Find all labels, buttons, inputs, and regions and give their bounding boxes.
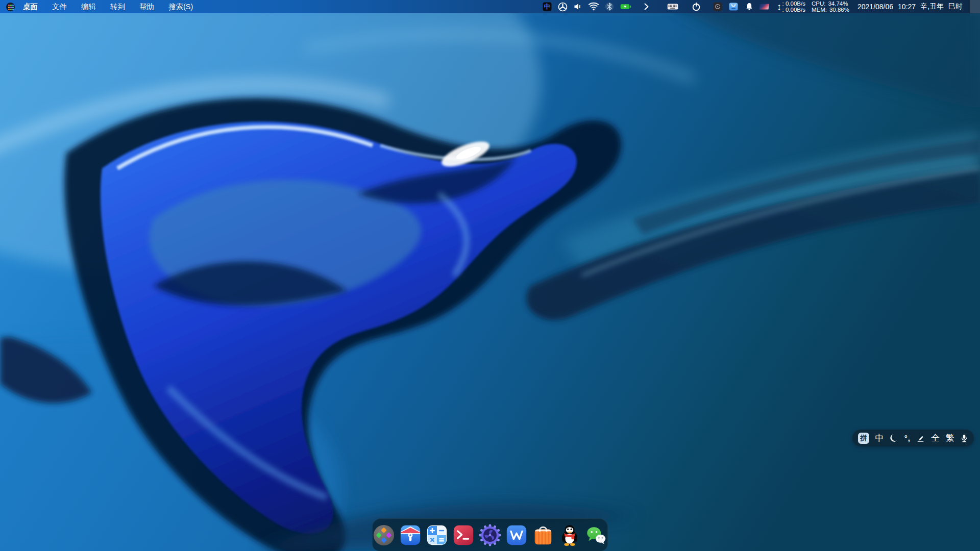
security-center-icon[interactable] — [558, 2, 568, 12]
network-speed-widget[interactable]: ↕ : 0.00B/s : 0.00B/s — [777, 1, 805, 13]
menu-edit[interactable]: 编辑 — [81, 2, 96, 12]
ime-scheme-badge[interactable]: 拼 — [858, 433, 869, 444]
menu-go[interactable]: 转到 — [110, 2, 125, 12]
net-download-speed: : 0.00B/s — [782, 7, 805, 13]
datetime-widget[interactable]: 2021/08/06 10:27 辛,丑年 巳时 — [857, 2, 963, 11]
dock-file-manager-icon[interactable] — [399, 523, 422, 547]
menu-file[interactable]: 文件 — [52, 2, 67, 12]
updown-arrow-glyph: ↕ — [777, 2, 782, 12]
desktop: 桌面 文件 编辑 转到 帮助 搜索(S) 中 — [0, 0, 980, 551]
battery-charging-icon[interactable] — [620, 3, 631, 10]
dock-launcher-icon[interactable] — [372, 523, 396, 547]
wallpaper-art — [0, 0, 980, 551]
clipboard-manager-icon[interactable] — [729, 2, 738, 11]
svg-text:中: 中 — [544, 3, 551, 10]
pencil-icon[interactable] — [916, 434, 925, 442]
cpu-value: 34.74% — [828, 1, 848, 7]
ime-lang-mode[interactable]: 中 — [875, 434, 884, 442]
dock-calculator-icon[interactable] — [425, 523, 449, 547]
menu-search[interactable]: 搜索(S) — [168, 2, 193, 12]
menubar-menus: 桌面 文件 编辑 转到 帮助 搜索(S) — [0, 2, 207, 12]
show-desktop-button[interactable] — [970, 0, 980, 13]
screen-recorder-icon[interactable] — [713, 2, 722, 11]
notifications-bell-icon[interactable] — [745, 2, 754, 11]
net-upload-speed: : 0.00B/s — [782, 1, 805, 7]
menubar: 桌面 文件 编辑 转到 帮助 搜索(S) 中 — [0, 0, 980, 13]
system-tray: 中 — [543, 0, 980, 13]
ime-toolbar: 拼 中 °, 全 繁 — [852, 430, 974, 446]
input-method-indicator-icon[interactable]: 中 — [543, 2, 552, 11]
menu-help[interactable]: 帮助 — [139, 2, 154, 12]
bluetooth-icon[interactable] — [605, 2, 614, 11]
ime-traditional-toggle[interactable]: 繁 — [945, 434, 954, 442]
dock-qq-icon[interactable] — [558, 523, 581, 547]
multitasking-preview-icon[interactable] — [758, 3, 770, 11]
microphone-icon[interactable] — [960, 434, 968, 443]
volume-icon[interactable] — [574, 2, 582, 11]
cpu-label: CPU: — [812, 1, 825, 7]
menu-desktop[interactable]: 桌面 — [23, 2, 38, 12]
dock-wechat-icon[interactable] — [584, 523, 608, 547]
moon-icon[interactable] — [890, 434, 898, 442]
launcher-menu-icon[interactable] — [6, 3, 15, 11]
mem-label: MEM: — [812, 7, 827, 13]
dock-terminal-icon[interactable] — [452, 523, 475, 547]
dock-wps-office-icon[interactable] — [505, 523, 528, 547]
system-stats-widget[interactable]: CPU: 34.74% MEM: 30.86% — [812, 1, 849, 13]
wallpaper — [0, 0, 980, 551]
onscreen-keyboard-icon[interactable] — [667, 3, 678, 11]
dock-disk-manager-icon[interactable] — [478, 523, 502, 547]
ime-fullwidth-toggle[interactable]: 全 — [931, 434, 940, 442]
dock — [372, 518, 608, 551]
lunar-year-text: 辛,丑年 — [920, 2, 944, 11]
tray-expand-chevron-icon[interactable] — [643, 2, 650, 11]
time-text: 10:27 — [898, 3, 916, 11]
lunar-hour-text: 巳时 — [948, 2, 963, 11]
date-text: 2021/08/06 — [857, 3, 893, 11]
dock-app-store-icon[interactable] — [531, 523, 555, 547]
punctuation-icon[interactable]: °, — [904, 434, 911, 442]
mem-value: 30.86% — [829, 7, 849, 13]
wifi-icon[interactable] — [589, 2, 599, 11]
shutdown-icon[interactable] — [692, 2, 701, 11]
